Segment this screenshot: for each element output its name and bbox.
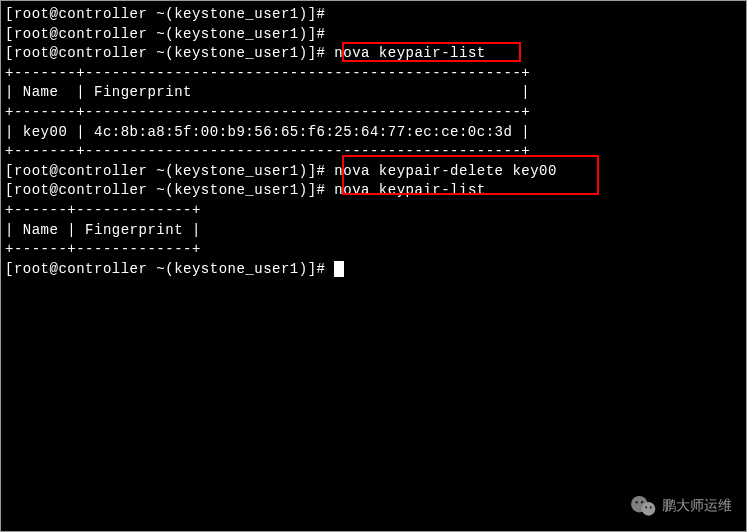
cursor [334, 261, 344, 277]
shell-prompt: [root@controller ~(keystone_user1)]# [5, 261, 334, 277]
table-header: | Name | Fingerprint | [5, 221, 742, 241]
shell-prompt: [root@controller ~(keystone_user1)]# [5, 45, 334, 61]
svg-point-2 [635, 501, 638, 504]
svg-point-3 [641, 501, 644, 504]
svg-point-4 [645, 506, 647, 508]
terminal-content: [root@controller ~(keystone_user1)]# [ro… [5, 5, 742, 279]
prompt-line: [root@controller ~(keystone_user1)]# [5, 260, 742, 280]
shell-prompt: [root@controller ~(keystone_user1)]# [5, 6, 334, 22]
command-line: [root@controller ~(keystone_user1)]# nov… [5, 44, 742, 64]
table-border: +-------+-------------------------------… [5, 142, 742, 162]
command-text: nova keypair-delete key00 [334, 163, 557, 179]
table-border: +-------+-------------------------------… [5, 103, 742, 123]
shell-prompt: [root@controller ~(keystone_user1)]# [5, 182, 334, 198]
table-row: | key00 | 4c:8b:a8:5f:00:b9:56:65:f6:25:… [5, 123, 742, 143]
command-text: nova keypair-list [334, 45, 485, 61]
watermark-text: 鹏大师运维 [662, 497, 732, 515]
command-text: nova keypair-list [334, 182, 485, 198]
table-header: | Name | Fingerprint | [5, 83, 742, 103]
command-line: [root@controller ~(keystone_user1)]# nov… [5, 181, 742, 201]
prompt-line: [root@controller ~(keystone_user1)]# [5, 5, 742, 25]
prompt-line: [root@controller ~(keystone_user1)]# [5, 25, 742, 45]
svg-point-5 [650, 506, 652, 508]
watermark: 鹏大师运维 [630, 495, 732, 517]
table-border: +------+-------------+ [5, 240, 742, 260]
command-line: [root@controller ~(keystone_user1)]# nov… [5, 162, 742, 182]
table-border: +-------+-------------------------------… [5, 64, 742, 84]
svg-point-1 [642, 502, 656, 516]
wechat-icon [630, 495, 656, 517]
table-border: +------+-------------+ [5, 201, 742, 221]
shell-prompt: [root@controller ~(keystone_user1)]# [5, 26, 334, 42]
shell-prompt: [root@controller ~(keystone_user1)]# [5, 163, 334, 179]
